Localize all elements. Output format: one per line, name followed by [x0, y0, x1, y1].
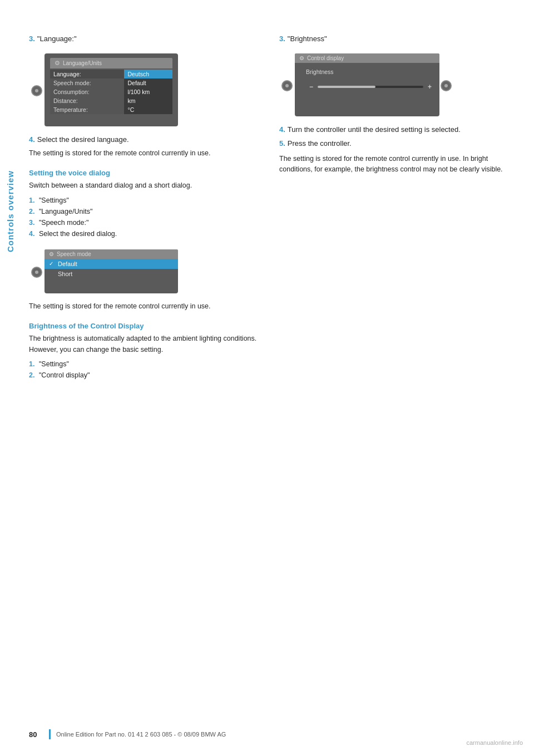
knob-left-2: [29, 267, 44, 278]
list-item: 1. "Settings": [29, 359, 261, 370]
knob-left-1: [29, 85, 44, 96]
substep4-text: Select the desired dialog.: [39, 230, 117, 238]
left-column: 3."Language:" ⚙ Language/Units L: [29, 33, 261, 385]
step4-text: Select the desired language.: [37, 135, 129, 144]
control-display-screen: ⚙ Control display Brightness − +: [295, 53, 439, 116]
speech-screen-title: ⚙ Speech mode: [44, 249, 178, 259]
step4-body: The setting is stored for the remote con…: [29, 148, 261, 159]
substep1-text: "Settings": [39, 197, 69, 204]
check-icon: ✓: [49, 261, 56, 267]
knob-dot-right: [444, 84, 448, 87]
knob-right-cd: [439, 80, 453, 91]
speech-item-short: Short: [44, 269, 178, 279]
knob-left-3: [279, 80, 295, 91]
table-cell-label: Speech mode:: [50, 78, 124, 87]
brightness-minus-icon: −: [309, 83, 313, 91]
list-item: 1. "Settings": [29, 195, 261, 206]
sidebar-label: Controls overview: [0, 45, 20, 379]
section2-body: The brightness is automatically adapted …: [29, 333, 261, 355]
substeps-list: 1. "Settings" 2. "Language/Units" 3. "Sp…: [29, 195, 261, 239]
screen3-bottom-space: [301, 96, 439, 113]
brightness-area: Brightness − +: [295, 63, 439, 116]
step4r-number: 4.: [279, 125, 285, 134]
gear-icon-1: ⚙: [55, 60, 60, 67]
page-footer: 80 Online Edition for Part no. 01 41 2 6…: [0, 729, 534, 739]
step5r-line: 5.Press the controller.: [279, 138, 512, 149]
brightness-step1-num: 1.: [29, 360, 34, 368]
step3r-text: "Brightness": [288, 35, 327, 43]
table-cell-label: Distance:: [50, 96, 124, 105]
controller-knob-1: [31, 85, 42, 96]
step5r-text: Press the controller.: [288, 139, 352, 148]
screen1-title-bar: ⚙ Language/Units: [50, 58, 172, 68]
screen1-title: Language/Units: [63, 60, 102, 66]
control-display-title-bar: ⚙ Control display: [295, 53, 439, 63]
step4-number: 4.: [29, 135, 35, 144]
substep3-text: "Speech mode:": [39, 219, 88, 227]
section1-heading: Setting the voice dialog: [29, 169, 261, 177]
gear-icon-3: ⚙: [299, 55, 304, 61]
brightness-name-label: Brightness: [301, 66, 439, 77]
section1-body: Switch between a standard dialog and a s…: [29, 180, 261, 191]
section2-heading: Brightness of the Control Display: [29, 322, 261, 330]
brightness-step2-num: 2.: [29, 371, 34, 379]
check-placeholder: [49, 271, 56, 277]
watermark: carmanualonline.info: [466, 739, 523, 746]
substep2-num: 2.: [29, 208, 34, 215]
language-units-screen-container: ⚙ Language/Units Language: Deutsch Speec…: [29, 48, 261, 134]
controller-knob-2: [31, 267, 42, 278]
brightness-steps-list: 1. "Settings" 2. "Control display": [29, 359, 261, 381]
speech-panel: ⚙ Speech mode ✓ Default Short: [44, 249, 178, 293]
substep2-text: "Language/Units": [39, 208, 92, 215]
footer-bar-accent: [49, 729, 51, 739]
gear-icon-2: ⚙: [49, 251, 54, 257]
step3-text: "Language:": [37, 35, 77, 43]
brightness-fill: [318, 86, 375, 88]
list-item: 2. "Language/Units": [29, 206, 261, 217]
table-cell-label: Temperature:: [50, 105, 124, 114]
table-row: Temperature: °C: [50, 105, 172, 114]
table-cell-value: Default: [124, 78, 172, 87]
step4r-text: Turn the controller until the desired se…: [288, 125, 461, 134]
speech-item-default: ✓ Default: [44, 259, 178, 269]
language-units-screen: ⚙ Language/Units Language: Deutsch Speec…: [44, 53, 178, 126]
right-body-text: The setting is stored for the remote con…: [279, 154, 512, 175]
table-row: Language: Deutsch: [50, 70, 172, 78]
brightness-plus-icon: +: [428, 83, 432, 91]
step3-language: 3."Language:": [29, 33, 261, 45]
screen2-body: The setting is stored for the remote con…: [29, 301, 261, 312]
list-item: 3. "Speech mode:": [29, 217, 261, 228]
language-table: Language: Deutsch Speech mode: Default C…: [50, 70, 172, 114]
brightness-step1-text: "Settings": [39, 360, 69, 368]
speech-mode-screen-container: ⚙ Speech mode ✓ Default Short: [29, 244, 261, 301]
knob-dot-3: [285, 84, 289, 87]
table-row: Speech mode: Default: [50, 78, 172, 87]
substep4-num: 4.: [29, 230, 34, 238]
substep1-num: 1.: [29, 197, 34, 204]
list-item: 2. "Control display": [29, 370, 261, 381]
step3-number: 3.: [29, 35, 35, 43]
controller-knob-right: [441, 80, 452, 91]
speech-title-text: Speech mode: [57, 251, 91, 257]
brightness-bar: [318, 86, 423, 88]
knob-dot-2: [35, 271, 38, 274]
speech-item-default-label: Default: [58, 261, 77, 267]
step3r-number: 3.: [279, 35, 285, 43]
list-item: 4. Select the desired dialog.: [29, 228, 261, 239]
table-cell-label: Consumption:: [50, 87, 124, 96]
footer-text: Online Edition for Part no. 01 41 2 603 …: [56, 731, 226, 738]
step4r-line: 4.Turn the controller until the desired …: [279, 124, 512, 135]
substep3-num: 3.: [29, 219, 34, 227]
brightness-step2-text: "Control display": [39, 371, 90, 379]
step3-brightness: 3."Brightness": [279, 33, 512, 45]
table-cell-value: l/100 km: [124, 87, 172, 96]
control-display-title-text: Control display: [307, 55, 344, 61]
page-number: 80: [29, 730, 49, 739]
speech-item-short-label: Short: [58, 271, 72, 277]
control-display-screen-container: ⚙ Control display Brightness − +: [279, 48, 512, 124]
controller-knob-3: [281, 80, 293, 91]
table-cell-value: km: [124, 96, 172, 105]
table-row: Distance: km: [50, 96, 172, 105]
knob-dot-1: [35, 89, 38, 92]
table-cell-value: °C: [124, 105, 172, 114]
